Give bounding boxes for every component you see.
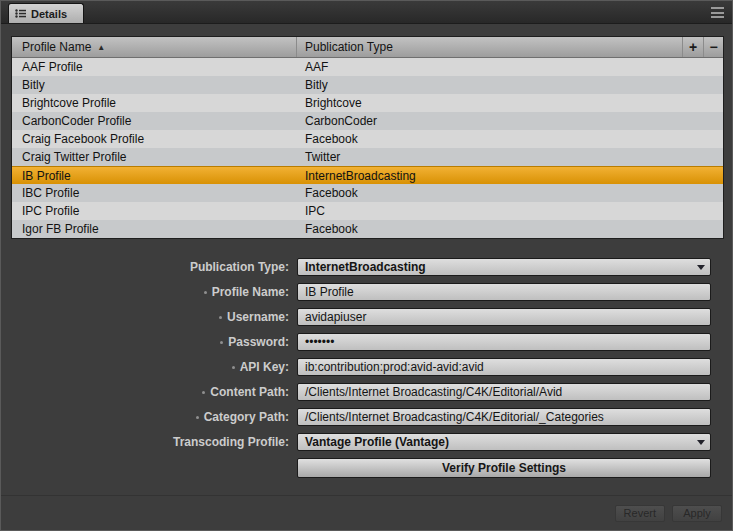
profile-name-value: IB Profile (305, 285, 354, 299)
cell-profile-name: Craig Facebook Profile (12, 132, 297, 146)
cell-publication-type: Facebook (297, 186, 723, 200)
field-label-publication-type: Publication Type: (1, 260, 297, 274)
transcoding-profile-value: Vantage Profile (Vantage) (305, 435, 449, 449)
publication-type-dropdown[interactable]: InternetBroadcasting (297, 258, 711, 276)
field-label-transcoding-profile: Transcoding Profile: (1, 435, 297, 449)
cell-profile-name: Bitly (12, 78, 297, 92)
category-path-input[interactable]: /Clients/Internet Broadcasting/C4K/Edito… (297, 408, 711, 426)
sort-ascending-icon: ▲ (97, 43, 105, 52)
table-row[interactable]: AAF Profile AAF (12, 58, 723, 76)
cell-profile-name: CarbonCoder Profile (12, 114, 297, 128)
api-key-input[interactable]: ib:contribution:prod:avid-avid:avid (297, 358, 711, 376)
table-row[interactable]: Igor FB Profile Facebook (12, 220, 723, 238)
required-marker (232, 366, 235, 369)
column-header-publication-type[interactable]: Publication Type (297, 37, 723, 57)
table-row[interactable]: Bitly Bitly (12, 76, 723, 94)
cell-publication-type: Brightcove (297, 96, 723, 110)
field-label-api-key: API Key: (1, 360, 297, 374)
cell-profile-name: IB Profile (12, 169, 297, 183)
table-header: Profile Name ▲ Publication Type + − (12, 37, 723, 58)
profile-detail-form: Publication Type: InternetBroadcasting P… (1, 258, 732, 478)
verify-profile-settings-button[interactable]: Verify Profile Settings (297, 458, 711, 478)
transcoding-profile-dropdown[interactable]: Vantage Profile (Vantage) (297, 433, 711, 451)
title-bar: Details (1, 1, 732, 24)
cell-publication-type: IPC (297, 204, 723, 218)
table-row[interactable]: Craig Facebook Profile Facebook (12, 130, 723, 148)
cell-profile-name: IPC Profile (12, 204, 297, 218)
cell-publication-type: Twitter (297, 150, 723, 164)
table-body: AAF Profile AAF Bitly Bitly Brightcove P… (12, 58, 723, 238)
field-label-username: Username: (1, 310, 297, 324)
cell-profile-name: Igor FB Profile (12, 222, 297, 236)
required-marker (196, 416, 199, 419)
api-key-value: ib:contribution:prod:avid-avid:avid (305, 360, 484, 374)
column-header-profile-name[interactable]: Profile Name ▲ (12, 37, 297, 57)
cell-publication-type: InternetBroadcasting (297, 169, 723, 183)
tab-label: Details (31, 8, 67, 20)
cell-profile-name: Craig Twitter Profile (12, 150, 297, 164)
table-row[interactable]: IBC Profile Facebook (12, 184, 723, 202)
required-marker (204, 291, 207, 294)
panel-menu-icon[interactable] (711, 7, 724, 18)
required-marker (220, 341, 223, 344)
username-value: avidapiuser (305, 310, 366, 324)
required-marker (202, 391, 205, 394)
cell-publication-type: Bitly (297, 78, 723, 92)
username-input[interactable]: avidapiuser (297, 308, 711, 326)
cell-profile-name: IBC Profile (12, 186, 297, 200)
profiles-table: Profile Name ▲ Publication Type + − AAF … (11, 36, 724, 239)
password-value: ••••••• (305, 335, 334, 349)
cell-profile-name: AAF Profile (12, 60, 297, 74)
table-header-actions: + − (682, 37, 723, 57)
chevron-down-icon (697, 440, 705, 445)
remove-profile-button[interactable]: − (703, 37, 723, 57)
field-label-content-path: Content Path: (1, 385, 297, 399)
revert-button[interactable]: Revert (615, 505, 665, 522)
publication-type-value: InternetBroadcasting (305, 260, 426, 274)
cell-publication-type: AAF (297, 60, 723, 74)
password-input[interactable]: ••••••• (297, 333, 711, 351)
cell-publication-type: Facebook (297, 132, 723, 146)
content-path-input[interactable]: /Clients/Internet Broadcasting/C4K/Edito… (297, 383, 711, 401)
table-row[interactable]: IPC Profile IPC (12, 202, 723, 220)
table-row[interactable]: Craig Twitter Profile Twitter (12, 148, 723, 166)
table-row[interactable]: Brightcove Profile Brightcove (12, 94, 723, 112)
table-row-selected[interactable]: IB Profile InternetBroadcasting (12, 166, 723, 184)
details-list-icon (15, 9, 26, 18)
category-path-value: /Clients/Internet Broadcasting/C4K/Edito… (305, 410, 604, 424)
apply-button[interactable]: Apply (672, 505, 722, 522)
add-profile-button[interactable]: + (683, 37, 703, 57)
field-label-profile-name: Profile Name: (1, 285, 297, 299)
chevron-down-icon (697, 265, 705, 270)
tab-details[interactable]: Details (8, 3, 84, 23)
table-row[interactable]: CarbonCoder Profile CarbonCoder (12, 112, 723, 130)
field-label-category-path: Category Path: (1, 410, 297, 424)
column-header-publication-type-label: Publication Type (305, 40, 393, 54)
cell-publication-type: CarbonCoder (297, 114, 723, 128)
required-marker (219, 316, 222, 319)
column-header-profile-name-label: Profile Name (22, 40, 91, 54)
footer-bar: Revert Apply (1, 495, 732, 530)
profile-name-input[interactable]: IB Profile (297, 283, 711, 301)
cell-publication-type: Facebook (297, 222, 723, 236)
cell-profile-name: Brightcove Profile (12, 96, 297, 110)
field-label-password: Password: (1, 335, 297, 349)
content-path-value: /Clients/Internet Broadcasting/C4K/Edito… (305, 385, 562, 399)
